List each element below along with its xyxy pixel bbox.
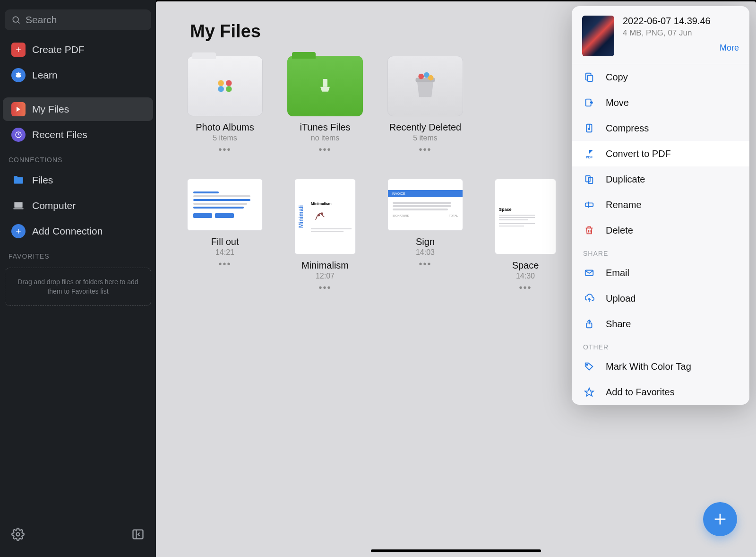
- file-more-button[interactable]: •••: [419, 144, 431, 155]
- file-name: Fill out: [211, 236, 239, 247]
- ctx-email[interactable]: Email: [572, 260, 749, 286]
- svg-rect-7: [13, 208, 24, 209]
- recent-files-label: Recent Files: [32, 129, 87, 140]
- ctx-duplicate[interactable]: Duplicate: [572, 166, 749, 192]
- ctx-convert-pdf[interactable]: PDF Convert to PDF: [572, 141, 749, 166]
- folder-icon: [11, 173, 26, 187]
- ctx-rename[interactable]: Rename: [572, 192, 749, 218]
- file-sub: no items: [311, 134, 339, 142]
- ctx-share[interactable]: Share: [572, 311, 749, 337]
- gear-icon: [11, 528, 25, 541]
- laptop-icon: [11, 199, 26, 213]
- context-more-link[interactable]: More: [720, 43, 739, 53]
- file-sub: 14:30: [516, 272, 535, 280]
- folder-icon: [287, 56, 363, 116]
- file-item-itunes-files[interactable]: iTunes Files no items •••: [275, 51, 375, 160]
- svg-point-22: [318, 214, 320, 217]
- graduation-cap-icon: [11, 68, 26, 82]
- context-title: 2022-06-07 14.39.46: [623, 16, 711, 26]
- file-name: iTunes Files: [300, 122, 350, 133]
- search-icon: [11, 15, 21, 25]
- ctx-add-favorites[interactable]: Add to Favorites: [572, 379, 749, 405]
- main-area: My Files Photo Albums 5 items ••• iTunes…: [156, 1, 756, 557]
- home-indicator: [371, 549, 541, 552]
- svg-rect-6: [14, 202, 22, 208]
- file-more-button[interactable]: •••: [419, 259, 431, 270]
- ctx-delete[interactable]: Delete: [572, 218, 749, 243]
- ctx-compress[interactable]: Compress: [572, 115, 749, 141]
- svg-line-1: [18, 22, 20, 24]
- file-sub: 5 items: [413, 134, 438, 142]
- file-more-button[interactable]: •••: [318, 144, 331, 155]
- svg-point-0: [13, 17, 18, 22]
- file-more-button[interactable]: •••: [519, 282, 532, 293]
- file-item-space[interactable]: Space Space 14:30 •••: [475, 174, 576, 298]
- add-connection-label: Add Connection: [32, 226, 103, 237]
- rename-icon: [583, 199, 595, 211]
- svg-rect-17: [323, 79, 327, 87]
- sidebar-item-my-files[interactable]: My Files: [3, 97, 153, 121]
- move-icon: [583, 96, 595, 109]
- file-item-recently-deleted[interactable]: Recently Deleted 5 items •••: [375, 51, 475, 160]
- upload-icon: [583, 292, 595, 305]
- learn-button[interactable]: Learn: [3, 63, 153, 87]
- ctx-move[interactable]: Move: [572, 90, 749, 115]
- add-fab[interactable]: [703, 502, 737, 536]
- svg-marker-29: [589, 150, 593, 154]
- svg-point-14: [226, 80, 232, 87]
- my-files-label: My Files: [32, 104, 69, 115]
- trash-icon: [583, 224, 595, 236]
- svg-point-28: [589, 128, 590, 130]
- context-meta: 4 MB, PNG, 07 Jun: [623, 28, 711, 38]
- file-sub: 12:07: [316, 272, 335, 280]
- svg-point-19: [418, 74, 424, 79]
- ctx-share-header: SHARE: [572, 243, 749, 260]
- pdf-icon: PDF: [583, 148, 595, 160]
- file-sub: 5 items: [213, 134, 237, 142]
- file-more-button[interactable]: •••: [218, 259, 231, 270]
- sidebar-item-recent-files[interactable]: Recent Files: [3, 123, 153, 147]
- document-thumbnail: INVOICE SIGNATURETOTAL: [387, 179, 463, 231]
- sidebar-item-computer[interactable]: Computer: [3, 194, 153, 218]
- svg-point-23: [321, 212, 323, 215]
- trash-icon: [387, 56, 463, 116]
- svg-point-16: [226, 86, 232, 92]
- computer-label: Computer: [32, 200, 76, 211]
- file-item-photo-albums[interactable]: Photo Albums 5 items •••: [175, 51, 275, 160]
- file-more-button[interactable]: •••: [218, 144, 231, 155]
- files-icon: [11, 102, 26, 116]
- ctx-copy[interactable]: Copy: [572, 64, 749, 90]
- ctx-color-tag[interactable]: Mark With Color Tag: [572, 354, 749, 379]
- create-pdf-button[interactable]: Create PDF: [3, 38, 153, 61]
- file-name: Photo Albums: [196, 122, 254, 133]
- file-more-button[interactable]: •••: [318, 282, 331, 293]
- svg-point-15: [218, 86, 224, 92]
- file-item-fill-out[interactable]: Fill out 14:21 •••: [175, 174, 275, 298]
- file-name: Sign: [416, 236, 435, 247]
- file-item-minimalism[interactable]: Minimali Minimalism Minimalism 12:07 •••: [275, 174, 375, 298]
- context-menu: 2022-06-07 14.39.46 4 MB, PNG, 07 Jun Mo…: [572, 6, 749, 405]
- add-connection-button[interactable]: Add Connection: [3, 219, 153, 243]
- file-sub: 14:21: [215, 248, 234, 257]
- search-box[interactable]: [5, 9, 151, 30]
- document-thumbnail: [187, 179, 263, 231]
- favorites-drop-zone[interactable]: Drag and drop files or folders here to a…: [5, 268, 151, 306]
- file-name: Space: [512, 260, 539, 271]
- context-header: 2022-06-07 14.39.46 4 MB, PNG, 07 Jun Mo…: [572, 6, 749, 64]
- sidebar-item-files-connection[interactable]: Files: [3, 168, 153, 192]
- create-pdf-label: Create PDF: [32, 44, 85, 55]
- search-input[interactable]: [26, 14, 149, 26]
- ctx-other-header: OTHER: [572, 337, 749, 354]
- plus-icon: [11, 43, 26, 57]
- collapse-sidebar-button[interactable]: [131, 528, 145, 543]
- settings-button[interactable]: [11, 528, 25, 543]
- file-item-sign[interactable]: INVOICE SIGNATURETOTAL Sign 14:03 •••: [375, 174, 475, 298]
- document-thumbnail: Minimali Minimalism: [294, 179, 356, 254]
- email-icon: [583, 267, 595, 279]
- file-name: Recently Deleted: [389, 122, 461, 133]
- context-thumbnail: [582, 16, 614, 56]
- copy-icon: [583, 71, 595, 83]
- learn-label: Learn: [32, 70, 58, 81]
- svg-point-13: [218, 80, 224, 87]
- ctx-upload[interactable]: Upload: [572, 286, 749, 311]
